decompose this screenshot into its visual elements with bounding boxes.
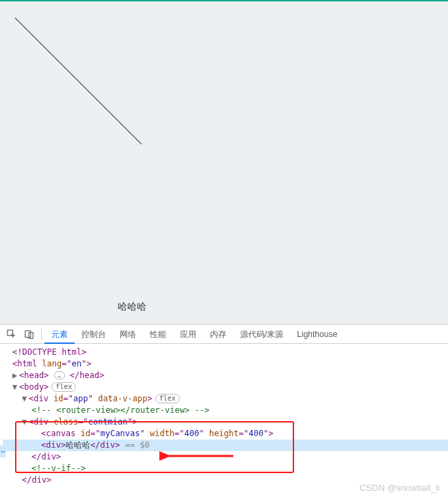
tree-canvas[interactable]: <canvas id="myCanvas" width="400" height… [3, 428, 448, 440]
caret-right-icon[interactable]: ▶ [12, 370, 19, 381]
tree-body-open[interactable]: ▼<body>flex [3, 381, 448, 393]
flex-badge[interactable]: flex [155, 394, 180, 403]
tree-app-open[interactable]: ▼<div id="app" data-v-app>flex [3, 393, 448, 405]
tree-doctype[interactable]: <!DOCTYPE html> [3, 347, 448, 358]
tree-comment[interactable]: <!-- <router-view></router-view> --> [3, 405, 448, 416]
ellipsis-icon[interactable]: … [54, 371, 65, 379]
elements-tree[interactable]: <!DOCTYPE html> <html lang="en"> ▶<head>… [0, 344, 448, 486]
tab-separator [41, 329, 42, 340]
tab-performance[interactable]: 性能 [143, 325, 173, 344]
tree-selected-div[interactable]: <div>哈哈哈</div> == $0 [3, 440, 448, 451]
devtools-panel: 元素 控制台 网络 性能 应用 内存 源代码/来源 Lighthouse <!D… [0, 324, 448, 497]
tree-contmian-open[interactable]: ▼<div class="contmian"> [3, 416, 448, 428]
inspect-icon[interactable] [3, 325, 21, 343]
tree-close-div-1[interactable]: </div> [3, 451, 448, 463]
tree-truncated-comment[interactable]: <!--v-if--> [3, 463, 448, 474]
caret-down-icon[interactable]: ▼ [22, 393, 29, 405]
canvas-preview [1, 4, 275, 278]
selection-marker: == $0 [120, 440, 149, 450]
rendered-page: 哈哈哈 [0, 0, 448, 324]
tab-lighthouse[interactable]: Lighthouse [290, 325, 344, 344]
tab-sources[interactable]: 源代码/来源 [233, 325, 290, 344]
tree-html-open[interactable]: <html lang="en"> [3, 358, 448, 370]
gutter-selected-indicator: ⋯ [0, 445, 5, 457]
watermark-text: CSDN @snowball_li [360, 483, 440, 493]
device-toolbar-icon[interactable] [21, 325, 38, 343]
devtools-tabbar: 元素 控制台 网络 性能 应用 内存 源代码/来源 Lighthouse [0, 325, 448, 344]
caret-down-icon[interactable]: ▼ [22, 416, 29, 428]
svg-rect-2 [25, 330, 31, 337]
page-content-text: 哈哈哈 [118, 301, 146, 313]
tree-head[interactable]: ▶<head> … </head> [3, 370, 448, 381]
tab-console[interactable]: 控制台 [75, 325, 113, 344]
caret-down-icon[interactable]: ▼ [12, 381, 19, 393]
tab-network[interactable]: 网络 [113, 325, 143, 344]
tab-elements[interactable]: 元素 [44, 325, 75, 344]
flex-badge[interactable]: flex [51, 382, 76, 392]
svg-line-0 [15, 18, 142, 144]
tab-memory[interactable]: 内存 [203, 325, 233, 344]
tab-application[interactable]: 应用 [173, 325, 203, 344]
